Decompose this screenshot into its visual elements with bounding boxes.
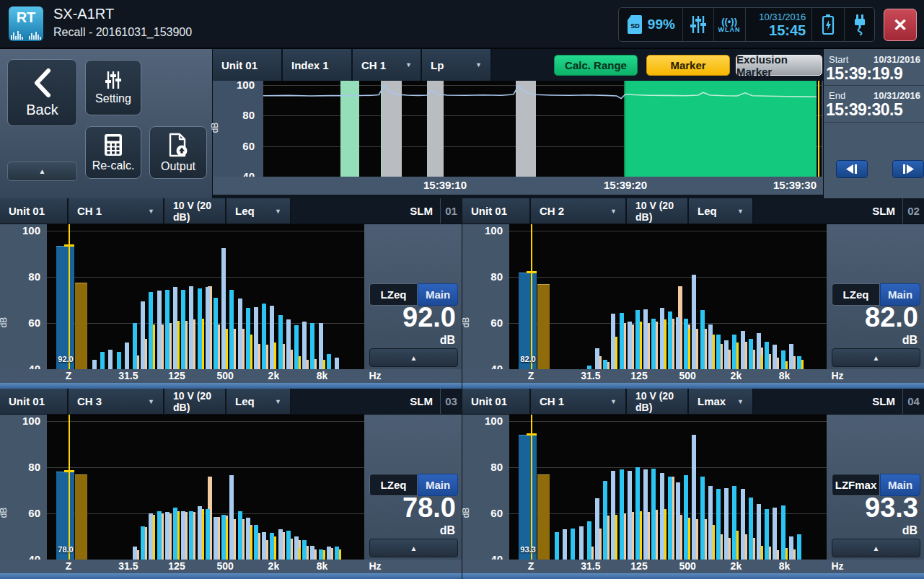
panel-unit-selector[interactable]: Unit 01	[462, 389, 531, 414]
z-cursor-tick	[527, 271, 537, 273]
calculator-icon	[104, 133, 123, 156]
datetime-status: 10/31/2016 15:45	[745, 8, 812, 41]
panel-expand-button[interactable]: ▲	[369, 348, 458, 367]
panel-range-selector[interactable]: 10 V (20 dB)	[164, 389, 226, 414]
index-selector[interactable]: Index 1	[283, 49, 353, 81]
panel-channel-selector[interactable]: CH 3 ▼	[69, 389, 164, 414]
spectrum-bar	[238, 511, 242, 560]
y-tick-label: 100	[219, 79, 255, 91]
x-tick-label: 15:39:10	[423, 179, 467, 191]
spectrum-bar-tertiary	[250, 335, 252, 369]
spectrum-bar-tertiary	[202, 319, 204, 369]
calc-range-button[interactable]: Calc. Range	[554, 55, 638, 76]
panel-expand-button[interactable]: ▲	[832, 348, 920, 367]
step-forward-button[interactable]	[892, 160, 924, 178]
spectrum-bar	[302, 540, 307, 560]
output-button[interactable]: Output	[149, 126, 207, 179]
spectrum-bar	[749, 339, 753, 369]
level-unit: dB	[440, 334, 455, 347]
spectrum-bar	[278, 315, 283, 369]
back-button[interactable]: Back	[7, 59, 77, 126]
panel-expand-button[interactable]: ▲	[832, 539, 920, 557]
recalc-button[interactable]: Re-calc.	[85, 126, 141, 179]
spectrum-plot[interactable]: 82.0	[509, 224, 827, 369]
svg-text:SD: SD	[630, 22, 640, 30]
quantity-selector[interactable]: Lp ▼	[422, 49, 492, 81]
panel-unit-selector[interactable]: Unit 01	[0, 198, 69, 224]
panel-quantity-selector[interactable]: Leq ▼	[226, 198, 291, 224]
panel-header: Unit 01 CH 1 ▼ 10 V (20 dB) Lmax ▼ SLM 0…	[462, 389, 924, 415]
spectrum-bar	[262, 304, 266, 369]
spectrum-plot[interactable]: 93.3	[509, 415, 827, 560]
end-cursor-line	[818, 81, 819, 177]
sidebar-collapse-button[interactable]: ▲	[7, 162, 77, 181]
spectrum-bar	[765, 342, 769, 369]
spectrum-bar	[716, 335, 721, 369]
spectrum-bar-tertiary	[664, 319, 666, 369]
z-cursor-tick	[64, 244, 74, 247]
gridline	[509, 231, 827, 231]
spectrum-plot[interactable]: 78.0	[47, 415, 364, 560]
panel-bottom-strip	[462, 573, 924, 579]
y-tick-label: 60	[219, 140, 255, 152]
panel-unit-selector[interactable]: Unit 01	[0, 389, 69, 414]
panel-quantity-selector[interactable]: Leq ▼	[226, 389, 291, 414]
spectrum-bar	[157, 511, 162, 560]
spectrum-bar	[254, 307, 258, 369]
top-chart-header: Unit 01 Index 1 CH 1 ▼ Lp ▼	[213, 49, 823, 81]
level-time-plot[interactable]	[263, 81, 822, 177]
x-tick-label: 2k	[731, 560, 742, 572]
panel-channel-selector[interactable]: CH 1 ▼	[69, 198, 164, 224]
panel-quantity-selector[interactable]: Lmax ▼	[689, 389, 754, 414]
x-tick-label: 8k	[779, 370, 791, 381]
sd-percent: 99%	[648, 17, 675, 32]
exclusion-marker-button[interactable]: Exclusion Marker	[736, 55, 822, 76]
panel-range-selector[interactable]: 10 V (20 dB)	[164, 198, 226, 224]
panel-unit-selector[interactable]: Unit 01	[462, 198, 531, 224]
spectrum-bar-tertiary	[177, 321, 180, 369]
step-backward-button[interactable]	[836, 160, 868, 178]
x-tick-label: Z	[66, 560, 72, 572]
mixer-status	[682, 8, 713, 41]
close-button[interactable]: ✕	[884, 9, 917, 41]
spectrum-bar	[579, 526, 584, 560]
step-backward-icon	[845, 164, 858, 174]
gridline	[47, 467, 364, 468]
z-band-bar	[519, 435, 537, 560]
panel-quantity-selector[interactable]: Leq ▼	[689, 198, 754, 224]
spectrum-bar	[286, 531, 291, 560]
panel-header: Unit 01 CH 3 ▼ 10 V (20 dB) Leq ▼ SLM 03	[0, 389, 462, 415]
x-tick-label: 125	[168, 560, 185, 572]
panel-range-selector[interactable]: 10 V (20 dB)	[627, 389, 689, 414]
panel-slm-number: 01	[440, 198, 462, 224]
x-tick-label: 125	[630, 560, 647, 572]
spectrum-bar-tertiary	[786, 361, 788, 369]
spectrum-bar	[668, 311, 672, 369]
z-cursor-label: 93.3	[512, 545, 544, 554]
spectrum-bar	[700, 310, 705, 369]
panel-channel-selector[interactable]: CH 1 ▼	[531, 389, 627, 414]
spectrum-bar	[157, 291, 162, 369]
panel-bottom-strip	[0, 383, 462, 389]
spectrum-bar	[286, 319, 291, 369]
panel-channel-selector[interactable]: CH 2 ▼	[531, 198, 627, 224]
slm-panel-1: Unit 01 CH 1 ▼ 10 V (20 dB) Leq ▼ SLM 01…	[0, 198, 462, 389]
panel-slm-number: 04	[902, 389, 924, 414]
x-axis-unit-label: Hz	[831, 560, 843, 572]
wlan-label: WLAN	[718, 26, 741, 33]
spectrum-plot[interactable]: 92.0	[47, 224, 364, 369]
marker-button[interactable]: Marker	[646, 55, 730, 76]
panel-expand-button[interactable]: ▲	[369, 539, 458, 557]
x-tick-label: 500	[217, 370, 234, 381]
channel-selector[interactable]: CH 1 ▼	[353, 49, 422, 81]
spectrum-bar-tertiary	[226, 519, 228, 560]
spectrum-bar	[141, 526, 145, 560]
spectrum-bar	[165, 290, 170, 369]
recalc-label: Re-calc.	[92, 159, 135, 172]
panel-range-selector[interactable]: 10 V (20 dB)	[627, 198, 689, 224]
setting-button[interactable]: Setting	[85, 60, 141, 115]
y-tick-label: 100	[467, 415, 503, 427]
spectrum-x-axis: Z31.51255002k8kHz	[0, 560, 462, 573]
x-tick-label: 500	[217, 560, 234, 572]
unit-selector[interactable]: Unit 01	[213, 49, 283, 81]
